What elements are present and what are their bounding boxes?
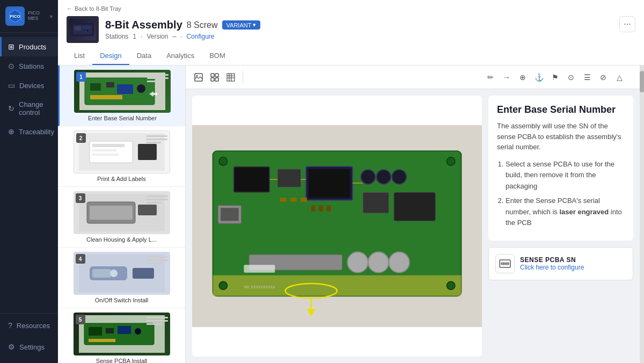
svg-text:SN: XXXXXXXXXX: SN: XXXXXXXXXX — [244, 285, 275, 289]
config-subtitle[interactable]: Click here to configure — [520, 264, 626, 271]
toolbar-group-tools: ✏ → ⊕ ⚓ ⚑ ⊙ ☰ ⊘ △ — [484, 71, 631, 84]
sidebar-item-devices[interactable]: ▭ Devices — [0, 76, 58, 95]
step-thumbnail-4: 4 — [74, 252, 170, 295]
step-lines-5 — [147, 317, 168, 325]
svg-rect-29 — [133, 268, 154, 279]
step-item-1[interactable]: 1 — [58, 66, 185, 126]
svg-rect-32 — [89, 327, 102, 336]
back-link[interactable]: ← Back to 8-Bit Tray — [67, 5, 619, 12]
sidebar-item-settings[interactable]: ⚙ Settings — [0, 337, 58, 357]
stations-count: 1 — [133, 33, 136, 40]
toolbar-pencil-btn[interactable]: ✏ — [484, 71, 497, 84]
sidebar-item-traceability[interactable]: ⊕ Traceability — [0, 122, 58, 141]
sidebar-item-label: Settings — [19, 343, 45, 351]
toolbar-flag-btn[interactable]: ⚑ — [548, 71, 561, 84]
step-item-2[interactable]: 2 Print & Add Labels — [58, 126, 185, 187]
stations-icon: ⊙ — [8, 62, 14, 70]
sidebar: PICO PICO MES » ⊞ Products ⊙ Stations ▭ … — [0, 0, 58, 363]
svg-point-64 — [392, 170, 406, 184]
devices-icon: ▭ — [8, 81, 15, 90]
svg-point-6 — [86, 29, 89, 32]
svg-rect-4 — [75, 26, 81, 31]
sidebar-collapse-icon[interactable]: » — [49, 13, 53, 19]
image-panel: SN: XXXXXXXXXX — [192, 96, 482, 357]
step-label-2: Print & Add Labels — [95, 176, 148, 182]
svg-rect-66 — [394, 192, 435, 221]
config-title: SENSE PCBA SN — [520, 256, 626, 264]
step-thumbnail-3: 3 — [74, 191, 170, 234]
svg-point-77 — [347, 252, 368, 273]
step-item-3[interactable]: 3 Clean Housing & Apply L... — [58, 187, 185, 248]
svg-point-12 — [137, 84, 145, 93]
step-num-badge-3: 3 — [76, 193, 85, 203]
toolbar-anchor-btn[interactable]: ⚓ — [532, 71, 545, 84]
svg-rect-19 — [92, 154, 119, 156]
config-info: SENSE PCBA SN Click here to configure — [520, 256, 626, 271]
tab-analytics[interactable]: Analytics — [159, 47, 202, 65]
toolbar-clock-btn[interactable]: ⊙ — [565, 71, 577, 84]
svg-rect-20 — [138, 144, 157, 160]
toolbar-link-btn[interactable]: ⊕ — [516, 71, 529, 84]
toolbar-grid-btn[interactable] — [224, 71, 237, 84]
config-icon — [495, 254, 515, 273]
svg-rect-56 — [235, 168, 269, 191]
config-card[interactable]: SENSE PCBA SN Click here to configure — [488, 247, 633, 280]
svg-rect-13 — [90, 95, 122, 99]
svg-rect-5 — [82, 26, 91, 28]
tab-design[interactable]: Design — [92, 47, 129, 65]
logo-text: PICO MES — [28, 11, 40, 21]
svg-rect-68 — [290, 198, 297, 202]
step-detail-title: Enter Base Serial Number — [497, 104, 625, 115]
svg-rect-40 — [215, 74, 218, 77]
toolbar-attach-btn[interactable]: ⊘ — [597, 71, 610, 84]
sidebar-item-label: Traceability — [19, 128, 54, 136]
configure-link[interactable]: Configure — [186, 33, 214, 40]
svg-rect-18 — [92, 149, 116, 151]
sidebar-item-products[interactable]: ⊞ Products — [0, 37, 58, 56]
sidebar-item-resources[interactable]: ? Resources — [0, 316, 58, 335]
svg-rect-47 — [227, 74, 235, 81]
step-item-4[interactable]: 4 On/Off Switch Install — [58, 248, 185, 308]
svg-rect-23 — [90, 206, 133, 220]
sidebar-item-stations[interactable]: ⊙ Stations — [0, 56, 58, 76]
svg-rect-70 — [311, 205, 316, 212]
svg-rect-67 — [280, 198, 287, 202]
pcb-image-svg: SN: XXXXXXXXXX — [192, 96, 482, 357]
sidebar-item-label: Products — [19, 43, 46, 51]
svg-rect-24 — [138, 205, 157, 215]
toolbar-image-btn[interactable] — [192, 71, 205, 84]
toolbar-list-btn[interactable]: ☰ — [581, 71, 594, 84]
step-label-1: Enter Base Serial Number — [86, 115, 159, 121]
svg-rect-17 — [92, 144, 125, 147]
version-label: Version — [147, 33, 168, 40]
step-label-5: Sense PCBA Install — [94, 358, 149, 363]
step-item-5[interactable]: 5 Sense P — [58, 308, 185, 363]
product-details-row: Stations 1 · Version – · Configure — [105, 33, 619, 40]
more-options-button[interactable]: ··· — [619, 16, 635, 32]
sidebar-item-change-control[interactable]: ↻ Change control — [0, 95, 58, 122]
product-title-row: 8-Bit Assembly 8 Screw VARIANT ▾ — [105, 19, 619, 31]
step-label-3: Clean Housing & Apply L... — [84, 236, 159, 243]
stations-label: Stations — [105, 33, 128, 40]
scroll-hint[interactable] — [640, 66, 644, 363]
toolbar-layout-btn[interactable] — [208, 71, 221, 84]
step-lines-3 — [147, 195, 168, 204]
tab-data[interactable]: Data — [129, 47, 159, 65]
toolbar-arrow-btn[interactable]: → — [500, 71, 513, 84]
steps-sidebar: 1 — [58, 66, 186, 363]
back-link-text: Back to 8-Bit Tray — [75, 5, 121, 12]
svg-point-63 — [376, 170, 391, 184]
product-subtitle: 8 Screw — [187, 20, 218, 30]
tab-bom[interactable]: BOM — [202, 47, 233, 65]
step-num-badge-5: 5 — [76, 315, 85, 324]
resources-icon: ? — [8, 321, 12, 330]
step-num-badge-1: 1 — [76, 72, 86, 82]
tab-list[interactable]: List — [67, 47, 92, 65]
variant-badge[interactable]: VARIANT ▾ — [222, 20, 261, 30]
svg-rect-69 — [301, 198, 308, 202]
settings-icon: ⚙ — [8, 343, 15, 351]
sidebar-bottom: ? Resources ⚙ Settings — [0, 313, 58, 363]
step-thumbnail-2: 2 — [74, 130, 170, 173]
variant-chevron-icon: ▾ — [253, 21, 256, 28]
toolbar-upload-btn[interactable]: △ — [613, 71, 626, 84]
